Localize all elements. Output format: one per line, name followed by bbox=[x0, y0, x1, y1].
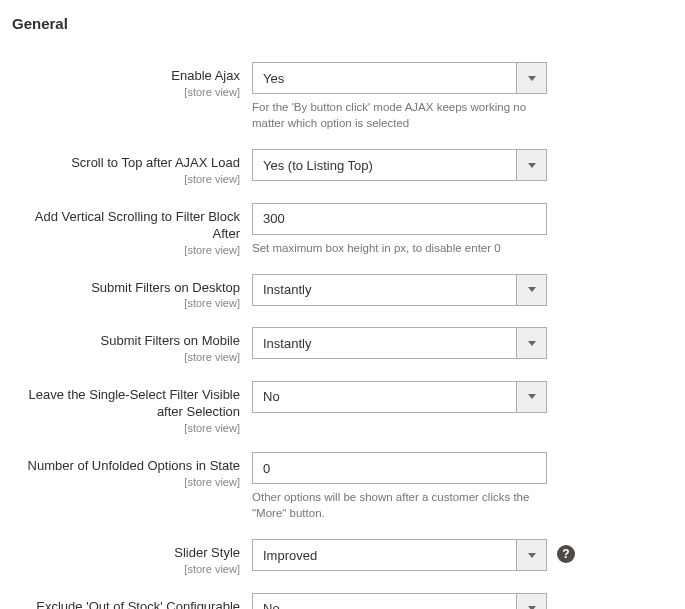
unfolded-options-note: Other options will be shown after a cust… bbox=[252, 489, 547, 521]
submit-desktop-select[interactable]: Instantly bbox=[252, 274, 547, 306]
slider-style-scope: [store view] bbox=[12, 563, 240, 575]
enable-ajax-value: Yes bbox=[253, 63, 516, 93]
chevron-down-icon bbox=[516, 594, 546, 609]
slider-style-value: Improved bbox=[253, 540, 516, 570]
submit-mobile-scope: [store view] bbox=[12, 351, 240, 363]
section-title: General bbox=[12, 15, 673, 32]
scroll-to-top-select[interactable]: Yes (to Listing Top) bbox=[252, 149, 547, 181]
enable-ajax-select[interactable]: Yes bbox=[252, 62, 547, 94]
enable-ajax-scope: [store view] bbox=[12, 86, 240, 98]
field-vertical-scrolling: Add Vertical Scrolling to Filter Block A… bbox=[12, 203, 673, 256]
exclude-oos-label: Exclude 'Out of Stock' Configurable Opti… bbox=[12, 598, 240, 609]
field-submit-desktop: Submit Filters on Desktop [store view] I… bbox=[12, 274, 673, 310]
slider-style-select[interactable]: Improved bbox=[252, 539, 547, 571]
submit-desktop-value: Instantly bbox=[253, 275, 516, 305]
field-single-select-visible: Leave the Single-Select Filter Visible a… bbox=[12, 381, 673, 434]
single-select-visible-scope: [store view] bbox=[12, 422, 240, 434]
submit-mobile-select[interactable]: Instantly bbox=[252, 327, 547, 359]
submit-mobile-value: Instantly bbox=[253, 328, 516, 358]
single-select-visible-value: No bbox=[253, 382, 516, 412]
enable-ajax-label: Enable Ajax bbox=[12, 67, 240, 85]
scroll-to-top-scope: [store view] bbox=[12, 173, 240, 185]
chevron-down-icon bbox=[516, 540, 546, 570]
help-icon[interactable]: ? bbox=[557, 545, 575, 563]
single-select-visible-select[interactable]: No bbox=[252, 381, 547, 413]
submit-desktop-label: Submit Filters on Desktop bbox=[12, 279, 240, 297]
submit-mobile-label: Submit Filters on Mobile bbox=[12, 332, 240, 350]
enable-ajax-note: For the 'By button click' mode AJAX keep… bbox=[252, 99, 547, 131]
scroll-to-top-label: Scroll to Top after AJAX Load bbox=[12, 154, 240, 172]
unfolded-options-label: Number of Unfolded Options in State bbox=[12, 457, 240, 475]
scroll-to-top-value: Yes (to Listing Top) bbox=[253, 150, 516, 180]
chevron-down-icon bbox=[516, 63, 546, 93]
exclude-oos-value: No bbox=[253, 594, 516, 609]
chevron-down-icon bbox=[516, 275, 546, 305]
vertical-scrolling-scope: [store view] bbox=[12, 244, 240, 256]
exclude-oos-select[interactable]: No bbox=[252, 593, 547, 609]
chevron-down-icon bbox=[516, 382, 546, 412]
field-submit-mobile: Submit Filters on Mobile [store view] In… bbox=[12, 327, 673, 363]
field-slider-style: Slider Style [store view] Improved ? bbox=[12, 539, 673, 575]
unfolded-options-scope: [store view] bbox=[12, 476, 240, 488]
field-scroll-to-top: Scroll to Top after AJAX Load [store vie… bbox=[12, 149, 673, 185]
vertical-scrolling-label: Add Vertical Scrolling to Filter Block A… bbox=[12, 208, 240, 243]
submit-desktop-scope: [store view] bbox=[12, 297, 240, 309]
single-select-visible-label: Leave the Single-Select Filter Visible a… bbox=[12, 386, 240, 421]
chevron-down-icon bbox=[516, 150, 546, 180]
unfolded-options-input[interactable] bbox=[252, 452, 547, 484]
field-unfolded-options: Number of Unfolded Options in State [sto… bbox=[12, 452, 673, 521]
vertical-scrolling-input[interactable] bbox=[252, 203, 547, 235]
field-exclude-oos: Exclude 'Out of Stock' Configurable Opti… bbox=[12, 593, 673, 609]
chevron-down-icon bbox=[516, 328, 546, 358]
vertical-scrolling-note: Set maximum box height in px, to disable… bbox=[252, 240, 547, 256]
slider-style-label: Slider Style bbox=[12, 544, 240, 562]
field-enable-ajax: Enable Ajax [store view] Yes For the 'By… bbox=[12, 62, 673, 131]
